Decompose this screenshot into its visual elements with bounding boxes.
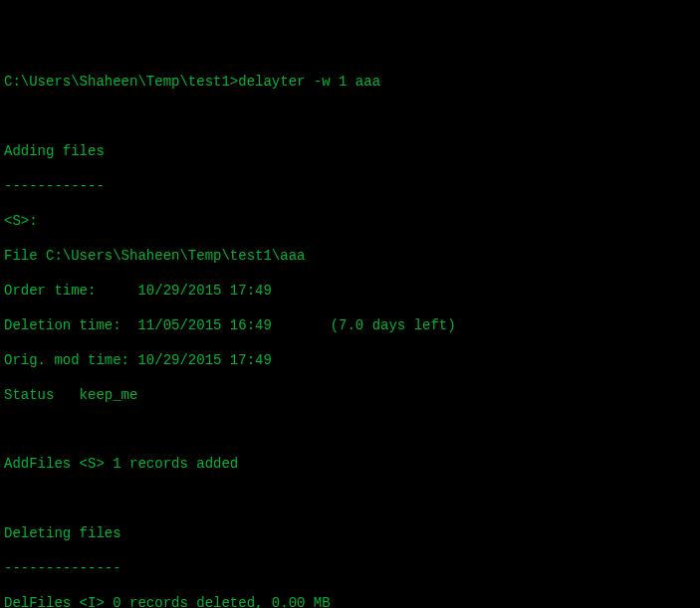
- blank-line: [4, 108, 696, 125]
- order-time-1: Order time: 10/29/2015 17:49: [4, 283, 696, 301]
- file-path-1: File C:\Users\Shaheen\Temp\test1\aaa: [4, 248, 696, 266]
- delfiles-result: DelFiles <I> 0 records deleted, 0.00 MB: [4, 595, 696, 609]
- s-header-1: <S>:: [4, 213, 696, 231]
- deleting-files-header: Deleting files: [4, 525, 696, 543]
- prompt-path-1: C:\Users\Shaheen\Temp\test1>: [4, 74, 238, 92]
- blank-line: [4, 491, 696, 507]
- addfiles-result-1: AddFiles <S> 1 records added: [4, 456, 696, 474]
- prompt-command-1: delayter -w 1 aaa: [238, 74, 380, 92]
- orig-mod-time-1: Orig. mod time: 10/29/2015 17:49: [4, 352, 696, 370]
- adding-files-header-1: Adding files: [4, 143, 696, 161]
- deleting-files-underline: --------------: [4, 560, 696, 578]
- deletion-time-1: Deletion time: 11/05/2015 16:49 (7.0 day…: [4, 317, 696, 335]
- terminal-output[interactable]: C:\Users\Shaheen\Temp\test1>delayter -w …: [4, 74, 696, 608]
- status-1: Status keep_me: [4, 387, 696, 405]
- command-line-1: C:\Users\Shaheen\Temp\test1>delayter -w …: [4, 74, 696, 92]
- blank-line: [4, 422, 696, 439]
- adding-files-underline-1: ------------: [4, 178, 696, 196]
